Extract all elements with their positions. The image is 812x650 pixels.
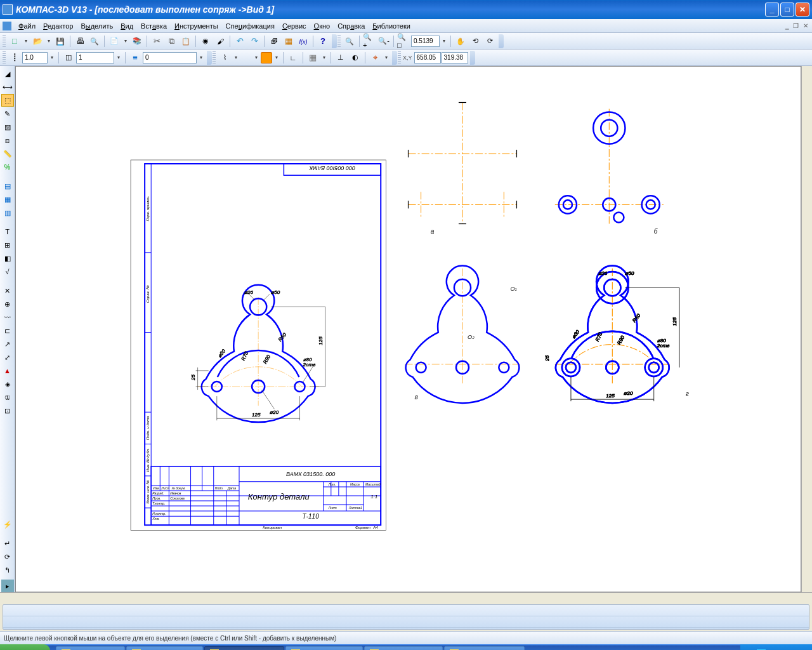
vt-collapse[interactable]: ▸ xyxy=(1,580,14,592)
open-button[interactable] xyxy=(30,34,44,48)
view-state-button[interactable]: ◫ xyxy=(62,51,75,65)
minimize-button[interactable]: _ xyxy=(765,3,779,17)
drawing-canvas[interactable]: 000 005I00 ВАМК Перв. примен. Справ. № П… xyxy=(15,66,801,592)
snap-button[interactable] xyxy=(368,51,382,65)
lib-button[interactable]: 📚 xyxy=(130,34,144,48)
vt-table[interactable]: ⊞ xyxy=(1,239,14,251)
vt-pos[interactable]: ① xyxy=(1,391,14,404)
vt-select[interactable]: % xyxy=(1,161,14,173)
vertical-scrollbar[interactable] xyxy=(801,66,812,592)
zoom-window-button[interactable] xyxy=(343,34,357,48)
layer-button[interactable] xyxy=(128,51,142,65)
cut-button[interactable] xyxy=(150,34,164,48)
menu-edit[interactable]: Редактор xyxy=(39,21,77,31)
zoom-in-button[interactable]: 🔍+ xyxy=(362,34,376,48)
vt-arrow[interactable]: ↗ xyxy=(1,338,14,350)
vt-rough[interactable]: √ xyxy=(1,265,14,278)
vt-enter[interactable]: ↵ xyxy=(1,537,14,550)
vt-center[interactable]: ⊕ xyxy=(1,298,14,310)
menu-view[interactable]: Вид xyxy=(117,21,137,31)
paste-button[interactable] xyxy=(179,34,193,48)
coord-x-input[interactable] xyxy=(414,52,441,63)
close-button[interactable]: ✕ xyxy=(796,3,809,17)
vt-cut[interactable]: ⊏ xyxy=(1,324,14,337)
vt-mark[interactable]: ▲ xyxy=(1,364,14,377)
system-menu-icon[interactable] xyxy=(3,22,11,30)
menu-spec[interactable]: Спецификация xyxy=(222,21,278,31)
vt-base[interactable]: ◧ xyxy=(1,252,14,265)
undo-button[interactable] xyxy=(233,34,247,48)
horizontal-scrollbar[interactable] xyxy=(15,593,801,603)
print-button[interactable] xyxy=(73,34,87,48)
save-button[interactable] xyxy=(53,34,67,48)
zoom-out-button[interactable]: 🔍- xyxy=(377,34,391,48)
vt-designate[interactable]: ⬚ xyxy=(1,94,14,107)
preview-button[interactable] xyxy=(88,34,102,48)
color-yellow[interactable] xyxy=(240,52,252,63)
redo-button[interactable] xyxy=(247,34,261,48)
vt-hatch[interactable]: ▨ xyxy=(1,121,14,133)
zoom-input[interactable] xyxy=(411,36,440,47)
snap-end-button[interactable]: ∟ xyxy=(286,51,300,65)
taskbar-item[interactable]: Microsoft PowerP... xyxy=(285,646,362,650)
vt-auto[interactable]: ⟳ xyxy=(1,550,14,563)
vt-stop[interactable]: ⚡ xyxy=(1,518,14,531)
doc-button[interactable]: 📄 xyxy=(107,34,121,48)
menu-file[interactable]: Файл xyxy=(15,21,39,31)
variables-button[interactable] xyxy=(296,34,310,48)
round-button[interactable]: ◐ xyxy=(348,51,362,65)
help-button[interactable] xyxy=(316,34,330,48)
vt-leader[interactable]: ⤢ xyxy=(1,351,14,364)
vt-geom[interactable]: ◢ xyxy=(1,67,14,80)
menu-service[interactable]: Сервис xyxy=(278,21,310,31)
ortho-button[interactable]: ⊥ xyxy=(334,51,348,65)
scale1-input[interactable] xyxy=(22,52,48,63)
maximize-button[interactable]: □ xyxy=(780,3,794,17)
menu-select[interactable]: Выделить xyxy=(77,21,117,31)
zoom-prev-button[interactable]: ⟲ xyxy=(468,34,482,48)
properties-button[interactable] xyxy=(282,34,296,48)
property-panel[interactable] xyxy=(3,604,809,630)
start-button[interactable]: пуск xyxy=(0,644,50,650)
menu-libs[interactable]: Библиотеки xyxy=(369,21,414,31)
layer-input[interactable] xyxy=(143,52,197,63)
vt-wave[interactable]: 〰 xyxy=(1,311,14,324)
vt-dim[interactable]: ⟷ xyxy=(1,81,14,93)
vt-axis[interactable]: ✕ xyxy=(1,284,14,297)
taskbar-item[interactable]: методичка 2014 -... xyxy=(364,646,443,650)
color-orange[interactable] xyxy=(261,52,272,63)
zoom-fit-button[interactable]: 🔍□ xyxy=(396,34,410,48)
taskbar-item[interactable]: чертеж по сопря... xyxy=(126,646,203,650)
refresh-button[interactable]: ⟳ xyxy=(483,34,497,48)
pan-button[interactable] xyxy=(454,34,468,48)
vt-measure[interactable]: 📏 xyxy=(1,147,14,160)
menu-insert[interactable]: Вставка xyxy=(137,21,171,31)
vt-text[interactable]: T xyxy=(1,225,14,238)
taskbar-item[interactable]: УЧЕБНИК БОГОЛ... xyxy=(444,646,525,650)
vt-back[interactable]: ↰ xyxy=(1,564,14,576)
vt-spec2[interactable]: ▦ xyxy=(1,193,14,206)
menu-tools[interactable]: Инструменты xyxy=(171,21,222,31)
manager-button[interactable]: 🗊 xyxy=(267,34,281,48)
format-brush-button[interactable]: 🖌 xyxy=(213,34,227,48)
vt-tol[interactable]: ⊡ xyxy=(1,404,14,417)
vt-edit[interactable]: ✎ xyxy=(1,107,14,120)
taskbar-item[interactable]: Мой компьютер xyxy=(56,646,125,650)
vt-spec1[interactable]: ▤ xyxy=(1,180,14,192)
toolbar-grip[interactable] xyxy=(3,35,6,48)
menu-window[interactable]: Окно xyxy=(310,21,334,31)
vt-report[interactable]: ▥ xyxy=(1,206,14,219)
vt-brand[interactable]: ◈ xyxy=(1,378,14,390)
new-dropdown[interactable]: ▾ xyxy=(22,38,30,44)
system-tray[interactable]: RU ◀ K ▦ 14:18 xyxy=(740,644,812,650)
select-prop-button[interactable]: ◉ xyxy=(199,34,213,48)
style-button[interactable]: ⌇ xyxy=(218,51,232,65)
copy-button[interactable] xyxy=(164,34,178,48)
grid-button[interactable] xyxy=(306,51,320,65)
new-button[interactable] xyxy=(8,34,22,48)
scale2-input[interactable] xyxy=(76,52,114,63)
vt-param[interactable]: ⧈ xyxy=(1,134,14,147)
taskbar-item[interactable]: КОМПАС-3D V13 ... xyxy=(204,646,284,650)
linetype-button[interactable]: ┋ xyxy=(8,51,22,65)
doc-controls[interactable]: ‗ ❐ ✕ xyxy=(785,22,809,29)
